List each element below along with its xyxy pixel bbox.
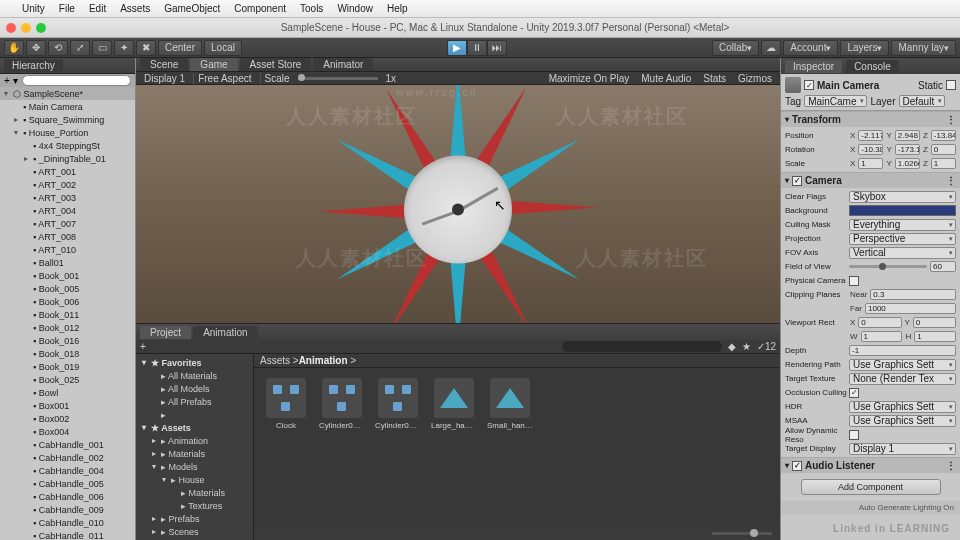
stats-toggle[interactable]: Stats (699, 73, 730, 84)
create-dropdown[interactable]: + ▾ (4, 75, 18, 86)
project-tree-item[interactable]: ▸▸ Prefabs (136, 512, 253, 525)
hierarchy-item[interactable]: ▪ Book_019 (0, 360, 135, 373)
transform-tool-button[interactable]: ✦ (114, 40, 134, 56)
menu-edit[interactable]: Edit (89, 3, 106, 14)
msaa-dropdown[interactable]: Use Graphics Sett (849, 415, 956, 427)
clear-flags-dropdown[interactable]: Skybox (849, 191, 956, 203)
camera-header[interactable]: ▾✓Camera⋮ (781, 173, 960, 188)
tab-game[interactable]: Game (190, 58, 237, 71)
culling-mask-dropdown[interactable]: Everything (849, 219, 956, 231)
move-tool-button[interactable]: ✥ (26, 40, 46, 56)
gizmos-dropdown[interactable]: Gizmos (734, 73, 776, 84)
minimize-window-icon[interactable] (21, 23, 31, 33)
hierarchy-item[interactable]: ▪ ART_004 (0, 204, 135, 217)
menu-component[interactable]: Component (234, 3, 286, 14)
hierarchy-item[interactable]: ▸▪ _DiningTable_01 (0, 152, 135, 165)
viewport-x-field[interactable]: 0 (858, 317, 901, 328)
hierarchy-item[interactable]: ▪ ART_007 (0, 217, 135, 230)
hierarchy-item[interactable]: ▪ CabHandle_005 (0, 477, 135, 490)
rot-x-field[interactable]: -10.38 (858, 144, 883, 155)
collab-dropdown[interactable]: Collab ▾ (712, 40, 759, 56)
close-window-icon[interactable] (6, 23, 16, 33)
project-asset[interactable]: Small_hand… (488, 378, 532, 430)
project-tree-item[interactable]: ▸▸ Animation (136, 434, 253, 447)
tab-project[interactable]: Project (140, 326, 191, 339)
hierarchy-item[interactable]: ▪ CabHandle_002 (0, 451, 135, 464)
pos-y-field[interactable]: 2.948 (895, 130, 920, 141)
pivot-center-button[interactable]: Center (158, 40, 202, 56)
depth-field[interactable]: -1 (849, 345, 956, 356)
display-dropdown[interactable]: Display 1 (140, 73, 189, 84)
tab-asset-store[interactable]: Asset Store (240, 58, 312, 71)
viewport-y-field[interactable]: 0 (913, 317, 956, 328)
hierarchy-item[interactable]: ▪ ART_003 (0, 191, 135, 204)
hierarchy-item[interactable]: ▪ CabHandle_001 (0, 438, 135, 451)
tab-scene[interactable]: Scene (140, 58, 188, 71)
project-asset[interactable]: Cylinder00… (376, 378, 420, 430)
account-dropdown[interactable]: Account ▾ (783, 40, 838, 56)
hierarchy-item[interactable]: ▪ Book_011 (0, 308, 135, 321)
target-texture-field[interactable]: None (Render Tex (849, 373, 956, 385)
hierarchy-item[interactable]: ▪ Book_025 (0, 373, 135, 386)
tag-dropdown[interactable]: MainCame (804, 95, 867, 107)
menu-help[interactable]: Help (387, 3, 408, 14)
add-component-button[interactable]: Add Component (801, 479, 941, 495)
transform-header[interactable]: ▾Transform⋮ (781, 112, 960, 127)
project-tree-item[interactable]: ▾★ Favorites (136, 356, 253, 369)
projection-dropdown[interactable]: Perspective (849, 233, 956, 245)
filter-icon[interactable]: ◆ (728, 341, 736, 352)
scale-slider[interactable] (298, 77, 378, 80)
menu-window[interactable]: Window (337, 3, 373, 14)
tab-animator[interactable]: Animator (313, 58, 373, 71)
project-tree[interactable]: ▾★ Favorites▸ All Materials▸ All Models▸… (136, 354, 254, 540)
hierarchy-item[interactable]: ▪ Bowl (0, 386, 135, 399)
rotate-tool-button[interactable]: ⟲ (48, 40, 68, 56)
dyn-res-checkbox[interactable] (849, 430, 859, 440)
fov-axis-dropdown[interactable]: Vertical (849, 247, 956, 259)
layers-dropdown[interactable]: Layers ▾ (840, 40, 889, 56)
project-tree-item[interactable]: ▸ Textures (136, 499, 253, 512)
cloud-icon[interactable]: ☁ (761, 40, 781, 56)
hdr-dropdown[interactable]: Use Graphics Sett (849, 401, 956, 413)
near-clip-field[interactable]: 0.3 (870, 289, 956, 300)
project-tree-item[interactable]: ▸ All Models (136, 382, 253, 395)
project-tree-item[interactable]: ▸▸ Scenes (136, 525, 253, 538)
scale-y-field[interactable]: 1.0266 (895, 158, 920, 169)
hierarchy-item[interactable]: ▪ Book_012 (0, 321, 135, 334)
hierarchy-item[interactable]: ▪ 4x4 SteppingSt (0, 139, 135, 152)
project-asset[interactable]: Clock (264, 378, 308, 430)
project-tree-item[interactable]: ▾▸ Models (136, 460, 253, 473)
project-zoom-slider[interactable] (254, 526, 780, 540)
rendering-path-dropdown[interactable]: Use Graphics Sett (849, 359, 956, 371)
hierarchy-item[interactable]: ▪ ART_010 (0, 243, 135, 256)
scale-tool-button[interactable]: ⤢ (70, 40, 90, 56)
hierarchy-item[interactable]: ▪ Book_018 (0, 347, 135, 360)
static-checkbox[interactable] (946, 80, 956, 90)
project-tree-item[interactable]: ▸ (136, 408, 253, 421)
gameobject-name-field[interactable]: Main Camera (817, 80, 879, 91)
project-add-button[interactable]: + (140, 341, 146, 352)
project-tree-item[interactable]: ▾★ Assets (136, 421, 253, 434)
hierarchy-item[interactable]: ▪ CabHandle_011 (0, 529, 135, 540)
tab-inspector[interactable]: Inspector (785, 60, 842, 73)
physical-camera-checkbox[interactable] (849, 276, 859, 286)
pos-x-field[interactable]: -2.117 (858, 130, 883, 141)
layout-dropdown[interactable]: Manny lay ▾ (891, 40, 956, 56)
hierarchy-item[interactable]: ▪ CabHandle_010 (0, 516, 135, 529)
scene-row[interactable]: ▾⬡ SampleScene* (0, 87, 135, 100)
hierarchy-item[interactable]: ▪ Ball01 (0, 256, 135, 269)
hierarchy-item[interactable]: ▸▪ Square_Swimming (0, 113, 135, 126)
menu-unity[interactable]: Unity (22, 3, 45, 14)
favorites-icon[interactable]: ★ (742, 341, 751, 352)
viewport-w-field[interactable]: 1 (861, 331, 903, 342)
menu-tools[interactable]: Tools (300, 3, 323, 14)
tab-animation[interactable]: Animation (193, 326, 257, 339)
hierarchy-item[interactable]: ▪ ART_002 (0, 178, 135, 191)
maximize-on-play-toggle[interactable]: Maximize On Play (545, 73, 634, 84)
hierarchy-item[interactable]: ▪ Box004 (0, 425, 135, 438)
hierarchy-item[interactable]: ▪ Book_016 (0, 334, 135, 347)
pos-z-field[interactable]: -13.84 (931, 130, 956, 141)
menu-assets[interactable]: Assets (120, 3, 150, 14)
pivot-local-button[interactable]: Local (204, 40, 242, 56)
rect-tool-button[interactable]: ▭ (92, 40, 112, 56)
